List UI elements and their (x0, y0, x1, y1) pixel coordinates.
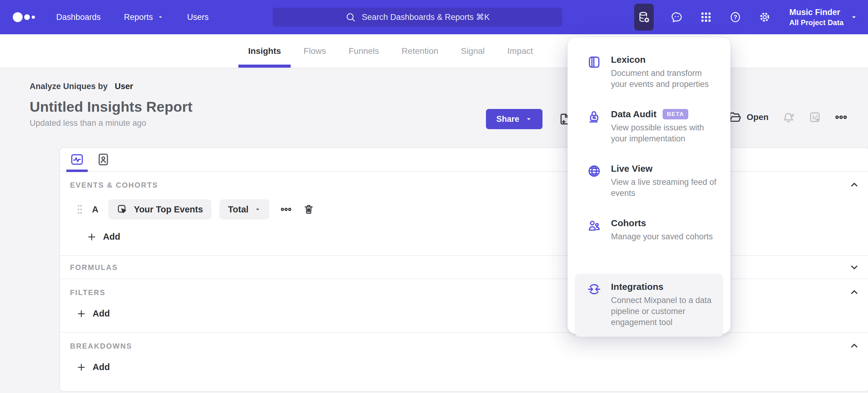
menu-item-lexicon[interactable]: Lexicon Document and transform your even… (567, 55, 731, 109)
chevron-up-icon (849, 341, 860, 351)
menu-item-cohorts[interactable]: Cohorts Manage your saved cohorts (567, 218, 731, 273)
report-more-button[interactable] (835, 111, 847, 124)
events-collapse-button[interactable] (849, 180, 860, 190)
analyze-line: Analyze Uniques by User (30, 82, 868, 91)
open-report-button[interactable]: Open (728, 111, 769, 124)
event-name: Your Top Events (134, 204, 203, 215)
settings-button[interactable] (758, 11, 771, 24)
drag-dots-icon (77, 204, 83, 215)
bell-plus-icon (782, 111, 795, 124)
breakdowns-collapse-button[interactable] (849, 341, 860, 351)
help-button[interactable]: ? (729, 11, 742, 24)
builder-view-tabs (60, 148, 868, 172)
menu-item-description: View possible issues with your implement… (611, 122, 721, 144)
menu-item-title: Lexicon (611, 55, 646, 65)
menu-item-description: Connect Mixpanel to a data pipeline or c… (611, 295, 714, 328)
nav-users[interactable]: Users (187, 12, 209, 22)
plus-icon (87, 232, 96, 242)
chevron-up-icon (849, 287, 860, 298)
primary-nav: Dashboards Reports Users (56, 12, 209, 22)
menu-item-text: Cohorts Manage your saved cohorts (611, 218, 713, 243)
nav-reports-label: Reports (124, 12, 153, 22)
event-selector-chip[interactable]: Your Top Events (108, 199, 212, 220)
filters-collapse-button[interactable] (849, 287, 860, 298)
nav-reports[interactable]: Reports (124, 12, 164, 22)
menu-item-integrations[interactable]: Integrations Connect Mixpanel to a data … (575, 282, 723, 328)
database-gear-icon (638, 11, 650, 23)
add-event-label: Add (103, 232, 120, 242)
chevron-down-icon (850, 13, 858, 21)
add-filter-label: Add (93, 309, 110, 319)
more-horizontal-icon (835, 111, 847, 124)
breakdowns-section-label: BREAKDOWNS (70, 342, 857, 350)
menu-item-text: Data Audit BETA View possible issues wit… (611, 109, 721, 144)
tab-metrics-view[interactable] (70, 147, 84, 171)
event-more-button[interactable] (280, 203, 292, 215)
pulse-chart-icon (70, 152, 84, 167)
data-audit-lock-icon (587, 110, 601, 124)
chevron-down-icon (157, 14, 164, 21)
event-row-a: A Your Top Events Total (77, 199, 857, 220)
chevron-down-icon (849, 262, 860, 273)
nav-dashboards[interactable]: Dashboards (56, 12, 101, 22)
add-breakdown-button[interactable]: Add (77, 362, 110, 372)
apps-grid-button[interactable] (700, 11, 712, 24)
filters-section-label: FILTERS (70, 288, 857, 296)
tab-profiles-view[interactable] (96, 147, 110, 171)
project-name: Music Finder (789, 8, 843, 17)
gear-icon (758, 11, 771, 23)
tab-impact[interactable]: Impact (507, 34, 533, 68)
svg-text:?: ? (734, 14, 737, 21)
analyze-entity-selector[interactable]: User (115, 82, 133, 91)
chevron-down-icon (525, 116, 532, 122)
project-switcher[interactable]: Music Finder All Project Data (789, 8, 858, 27)
tab-insights[interactable]: Insights (248, 34, 281, 68)
metric-selector-chip[interactable]: Total (219, 199, 269, 220)
data-management-menu: Lexicon Document and transform your even… (567, 37, 731, 334)
data-management-button[interactable] (634, 4, 654, 31)
add-filter-button[interactable]: Add (77, 309, 110, 319)
chevron-up-icon (849, 180, 860, 190)
share-button[interactable]: Share (486, 109, 542, 129)
project-scope: All Project Data (789, 18, 843, 27)
drag-handle[interactable] (77, 204, 83, 215)
breakdowns-section: BREAKDOWNS Add (60, 332, 868, 391)
menu-item-text: Live View View a live streaming feed of … (611, 164, 721, 199)
cohorts-people-icon (587, 219, 601, 233)
chat-bubble-icon (671, 11, 683, 23)
tab-retention[interactable]: Retention (402, 34, 438, 68)
live-view-globe-icon (587, 164, 601, 178)
profile-card-icon (96, 152, 110, 167)
tab-funnels[interactable]: Funnels (348, 34, 379, 68)
analyze-prefix: Analyze Uniques by (30, 82, 107, 91)
open-report-label: Open (747, 112, 769, 122)
event-click-icon (117, 204, 128, 215)
help-icon: ? (729, 11, 741, 23)
project-text: Music Finder All Project Data (789, 8, 843, 27)
events-section: EVENTS & COHORTS A (60, 172, 868, 255)
board-add-icon (808, 111, 821, 124)
create-alert-button[interactable] (782, 111, 795, 124)
search-input[interactable]: Search Dashboards & Reports ⌘K (273, 8, 562, 27)
feedback-button[interactable] (670, 11, 683, 24)
event-delete-button[interactable] (303, 203, 314, 215)
chevron-down-icon (255, 206, 261, 213)
mixpanel-logo[interactable] (12, 10, 38, 24)
add-event-button[interactable]: Add (87, 232, 120, 242)
plus-icon (77, 309, 86, 318)
search-placeholder: Search Dashboards & Reports ⌘K (362, 12, 490, 22)
menu-item-live-view[interactable]: Live View View a live streaming feed of … (567, 164, 731, 218)
navbar-actions: ? Music Finder All Project Data (634, 0, 858, 34)
menu-item-title: Integrations (611, 282, 663, 292)
events-section-label: EVENTS & COHORTS (70, 181, 857, 189)
add-to-board-button[interactable] (808, 111, 821, 124)
tab-signal[interactable]: Signal (461, 34, 485, 68)
metric-name: Total (228, 204, 248, 215)
menu-item-data-audit[interactable]: Data Audit BETA View possible issues wit… (567, 109, 731, 164)
menu-item-text: Integrations Connect Mixpanel to a data … (611, 282, 714, 328)
report-tabs: Insights Flows Funnels Retention Signal … (0, 34, 868, 68)
tab-flows[interactable]: Flows (304, 34, 326, 68)
menu-item-description: View a live streaming feed of events (611, 177, 721, 199)
formulas-expand-button[interactable] (849, 262, 860, 273)
report-secondary-actions: Open (728, 111, 847, 124)
